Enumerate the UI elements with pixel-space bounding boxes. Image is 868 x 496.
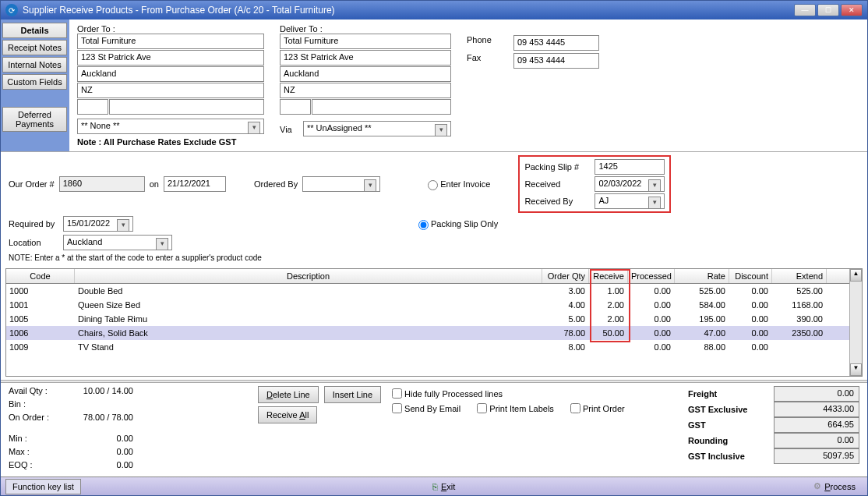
cell-code[interactable]: 1000 bbox=[6, 285, 75, 296]
via-combo[interactable]: ** UnAssigned ** bbox=[303, 121, 451, 136]
check-send-email[interactable] bbox=[392, 403, 402, 413]
delete-line-button[interactable]: Delete Line bbox=[258, 386, 319, 403]
received-date[interactable]: 02/03/2022 bbox=[595, 176, 665, 192]
cell-orderqty[interactable]: 4.00 bbox=[542, 299, 589, 310]
orderto-sub1[interactable] bbox=[77, 99, 108, 115]
scroll-down-icon[interactable]: ▼ bbox=[850, 363, 862, 376]
cell-desc[interactable]: Dining Table Rimu bbox=[75, 314, 542, 324]
check-hide-processed[interactable] bbox=[392, 388, 402, 399]
orderto-country[interactable]: NZ bbox=[77, 83, 264, 98]
grid-scrollbar[interactable]: ▲ ▼ bbox=[849, 269, 862, 376]
col-extend[interactable]: Extend bbox=[772, 269, 827, 283]
maximize-button[interactable]: ☐ bbox=[817, 4, 839, 16]
function-key-list-button[interactable]: Function key list bbox=[5, 479, 81, 494]
col-discount[interactable]: Discount bbox=[729, 269, 772, 283]
cell-desc[interactable]: Double Bed bbox=[75, 285, 542, 296]
orderto-sub2[interactable] bbox=[109, 99, 264, 115]
cell-extend[interactable] bbox=[772, 346, 827, 348]
tab-deferred-payments[interactable]: Deferred Payments bbox=[2, 107, 67, 132]
deliverto-street[interactable]: 123 St Patrick Ave bbox=[280, 50, 451, 66]
table-row[interactable]: 1001Queen Size Bed4.002.000.00584.000.00… bbox=[6, 298, 862, 312]
fax-value[interactable]: 09 453 4444 bbox=[513, 53, 599, 69]
cell-processed[interactable]: 0.00 bbox=[628, 314, 675, 324]
deliverto-name[interactable]: Total Furniture bbox=[280, 34, 451, 49]
tab-details[interactable]: Details bbox=[2, 23, 67, 38]
cell-code[interactable]: 1005 bbox=[6, 314, 75, 324]
deliverto-sub1[interactable] bbox=[280, 99, 311, 115]
cell-discount[interactable]: 0.00 bbox=[729, 285, 772, 296]
col-desc[interactable]: Description bbox=[75, 269, 542, 283]
orderto-city[interactable]: Auckland bbox=[77, 66, 264, 82]
cell-receive[interactable]: 2.00 bbox=[589, 314, 628, 324]
cell-code[interactable]: 1001 bbox=[6, 299, 75, 310]
cell-receive[interactable] bbox=[589, 346, 628, 348]
orderto-street[interactable]: 123 St Patrick Ave bbox=[77, 50, 264, 66]
cell-discount[interactable]: 0.00 bbox=[729, 342, 772, 353]
cell-extend[interactable]: 390.00 bbox=[772, 314, 827, 324]
cell-extend[interactable]: 2350.00 bbox=[772, 328, 827, 338]
close-button[interactable]: ✕ bbox=[841, 4, 863, 16]
cell-rate[interactable]: 195.00 bbox=[675, 314, 729, 324]
cell-code[interactable]: 1009 bbox=[6, 342, 75, 353]
cell-receive[interactable]: 1.00 bbox=[589, 285, 628, 296]
cell-discount[interactable]: 0.00 bbox=[729, 328, 772, 338]
packing-slip-input[interactable]: 1425 bbox=[595, 159, 665, 175]
cell-code[interactable]: 1006 bbox=[6, 328, 75, 338]
col-receive[interactable]: Receive bbox=[589, 269, 628, 283]
col-rate[interactable]: Rate bbox=[675, 269, 729, 283]
required-by-date[interactable]: 15/01/2022 bbox=[63, 216, 133, 232]
cell-rate[interactable]: 525.00 bbox=[675, 285, 729, 296]
phone-value[interactable]: 09 453 4445 bbox=[513, 35, 599, 51]
check-print-order[interactable] bbox=[570, 403, 580, 413]
location-combo[interactable]: Auckland bbox=[63, 235, 172, 250]
radio-enter-invoice[interactable] bbox=[428, 180, 438, 190]
exit-button[interactable]: ⎘ Exit bbox=[425, 479, 462, 494]
cell-desc[interactable]: Queen Size Bed bbox=[75, 299, 542, 310]
deliverto-city[interactable]: Auckland bbox=[280, 66, 451, 82]
ordered-by-combo[interactable] bbox=[302, 176, 380, 192]
cell-orderqty[interactable]: 5.00 bbox=[542, 314, 589, 324]
cell-receive[interactable]: 50.00 bbox=[589, 328, 628, 338]
cell-desc[interactable]: Chairs, Solid Back bbox=[75, 328, 542, 338]
cell-orderqty[interactable]: 78.00 bbox=[542, 328, 589, 338]
cell-discount[interactable]: 0.00 bbox=[729, 299, 772, 310]
on-date[interactable]: 21/12/2021 bbox=[164, 176, 226, 192]
col-code[interactable]: Code bbox=[6, 269, 75, 283]
orderto-name[interactable]: Total Furniture bbox=[77, 34, 264, 49]
table-row[interactable]: 1005Dining Table Rimu5.002.000.00195.000… bbox=[6, 312, 862, 326]
table-row[interactable]: 1000Double Bed3.001.000.00525.000.00525.… bbox=[6, 284, 862, 298]
table-row[interactable]: 1009TV Stand8.000.0088.000.00 bbox=[6, 340, 862, 354]
cell-extend[interactable]: 1168.00 bbox=[772, 299, 827, 310]
cell-rate[interactable]: 584.00 bbox=[675, 299, 729, 310]
cell-processed[interactable]: 0.00 bbox=[628, 299, 675, 310]
received-by-combo[interactable]: AJ bbox=[595, 193, 665, 209]
insert-line-button[interactable]: Insert Line bbox=[324, 386, 381, 403]
tab-internal-notes[interactable]: Internal Notes bbox=[2, 57, 67, 73]
cell-rate[interactable]: 47.00 bbox=[675, 328, 729, 338]
deliverto-sub2[interactable] bbox=[312, 99, 451, 115]
cell-rate[interactable]: 88.00 bbox=[675, 342, 729, 353]
cell-discount[interactable]: 0.00 bbox=[729, 314, 772, 324]
tab-receipt-notes[interactable]: Receipt Notes bbox=[2, 40, 67, 55]
cell-processed[interactable]: 0.00 bbox=[628, 342, 675, 353]
tab-custom-fields[interactable]: Custom Fields bbox=[2, 74, 67, 90]
cell-extend[interactable]: 525.00 bbox=[772, 285, 827, 296]
cell-receive[interactable]: 2.00 bbox=[589, 299, 628, 310]
check-print-labels[interactable] bbox=[477, 403, 487, 413]
scroll-up-icon[interactable]: ▲ bbox=[850, 269, 862, 282]
radio-packing-slip-only[interactable] bbox=[418, 220, 429, 230]
receive-all-button[interactable]: Receive All bbox=[258, 406, 317, 423]
cell-processed[interactable]: 0.00 bbox=[628, 328, 675, 338]
minimize-button[interactable]: — bbox=[794, 4, 816, 16]
cell-orderqty[interactable]: 8.00 bbox=[542, 342, 589, 353]
orderto-contact-combo[interactable]: ** None ** bbox=[77, 119, 264, 134]
deliverto-country[interactable]: NZ bbox=[280, 83, 451, 98]
process-button[interactable]: ⚙ Process bbox=[806, 478, 863, 494]
table-row[interactable]: 1006Chairs, Solid Back78.0050.000.0047.0… bbox=[6, 326, 862, 340]
col-orderqty[interactable]: Order Qty bbox=[542, 269, 589, 283]
freight-value[interactable]: 0.00 bbox=[774, 386, 859, 402]
cell-desc[interactable]: TV Stand bbox=[75, 342, 542, 353]
col-processed[interactable]: Processed bbox=[628, 269, 675, 283]
cell-processed[interactable]: 0.00 bbox=[628, 285, 675, 296]
cell-orderqty[interactable]: 3.00 bbox=[542, 285, 589, 296]
